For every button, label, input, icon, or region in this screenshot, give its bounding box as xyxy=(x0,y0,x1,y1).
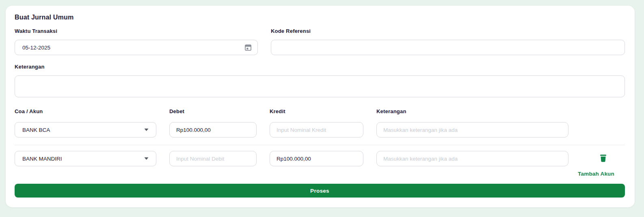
calendar-icon[interactable] xyxy=(244,43,253,52)
debet-input-row-1[interactable] xyxy=(169,122,257,138)
row-divider xyxy=(15,145,625,145)
chevron-down-icon xyxy=(144,129,149,131)
waktu-transaksi-input-wrap xyxy=(15,34,258,55)
journal-row-2: BANK MANDIRI xyxy=(15,151,625,166)
create-journal-card: Buat Jurnal Umum Waktu Transaksi Kode Re… xyxy=(6,6,635,207)
kredit-header: Kredit xyxy=(270,108,363,114)
keterangan-textarea[interactable] xyxy=(15,75,625,97)
proses-button[interactable]: Proses xyxy=(15,184,625,198)
kredit-input-row-1[interactable] xyxy=(270,122,363,138)
keterangan-header: Keterangan xyxy=(376,108,568,114)
keterangan-input-row-2[interactable] xyxy=(376,151,568,166)
journal-column-headers: Coa / Akun Debet Kredit Keterangan xyxy=(15,108,625,114)
waktu-transaksi-input[interactable] xyxy=(15,40,258,55)
chevron-down-icon xyxy=(144,157,149,160)
keterangan-field: Keterangan xyxy=(15,64,625,99)
tambah-akun-row: Tambah Akun xyxy=(15,170,625,177)
tambah-akun-link[interactable]: Tambah Akun xyxy=(578,171,614,177)
journal-row-1: BANK BCA xyxy=(15,122,625,138)
waktu-transaksi-label: Waktu Transaksi xyxy=(15,28,258,34)
waktu-transaksi-field: Waktu Transaksi xyxy=(15,28,258,55)
kredit-input-row-2[interactable] xyxy=(270,151,363,166)
kode-referensi-input[interactable] xyxy=(271,40,625,55)
coa-akun-header: Coa / Akun xyxy=(15,108,156,114)
debet-input-row-2[interactable] xyxy=(169,151,257,166)
delete-row-button[interactable] xyxy=(597,153,609,165)
kode-referensi-label: Kode Referensi xyxy=(271,28,625,34)
transaction-fields-row: Waktu Transaksi Kode Referensi xyxy=(15,28,625,55)
coa-select-row-1[interactable]: BANK BCA xyxy=(15,122,156,138)
debet-header: Debet xyxy=(169,108,257,114)
keterangan-label: Keterangan xyxy=(15,64,625,70)
coa-select-row-2[interactable]: BANK MANDIRI xyxy=(15,151,156,166)
page-title: Buat Jurnal Umum xyxy=(15,14,625,21)
coa-select-value: BANK BCA xyxy=(22,127,50,133)
keterangan-input-row-1[interactable] xyxy=(376,122,568,138)
kode-referensi-field: Kode Referensi xyxy=(271,28,625,55)
coa-select-value: BANK MANDIRI xyxy=(22,156,62,162)
trash-icon xyxy=(599,154,607,163)
